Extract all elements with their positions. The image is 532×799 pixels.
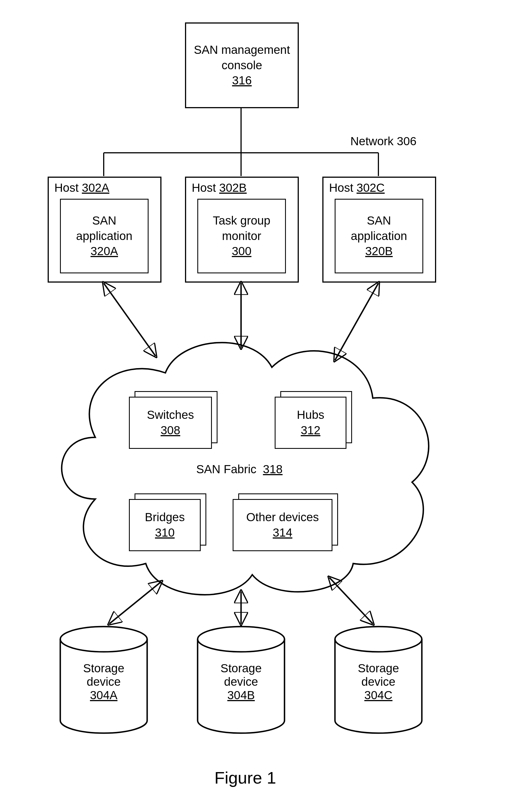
san-fabric-label: SAN Fabric 318 (196, 462, 283, 476)
san-application-b-ref: 320B (365, 244, 393, 259)
console-title-line1: SAN management (194, 42, 290, 58)
console-ref: 316 (232, 73, 252, 88)
san-application-b-line2: application (351, 228, 407, 244)
host-c-prefix: Host (329, 181, 353, 194)
storage-a-ref: 304A (60, 688, 147, 702)
host-c-label: Host 302C (329, 181, 384, 194)
san-application-b-box: SAN application 320B (335, 199, 423, 273)
host-c-box: Host 302C SAN application 320B (322, 177, 436, 283)
storage-c-line2: device (335, 675, 422, 688)
storage-b-line2: device (197, 675, 285, 688)
console-title-line2: console (222, 58, 262, 73)
figure-label: Figure 1 (214, 768, 276, 787)
storage-a-line1: Storage (60, 662, 147, 675)
hubs-box: Hubs 312 (275, 397, 346, 449)
host-b-box: Host 302B Task group monitor 300 (185, 177, 299, 283)
task-group-monitor-ref: 300 (232, 244, 251, 259)
svg-point-0 (60, 627, 147, 652)
host-b-ref: 302B (219, 181, 247, 194)
san-application-a-line1: SAN (92, 213, 116, 228)
svg-point-3 (197, 627, 285, 652)
host-b-prefix: Host (192, 181, 216, 194)
bridges-label: Bridges (145, 510, 185, 525)
host-a-box: Host 302A SAN application 320A (48, 177, 162, 283)
network-label: Network 306 (350, 135, 417, 148)
host-c-ref: 302C (357, 181, 384, 194)
hubs-ref: 312 (301, 423, 320, 438)
switches-label: Switches (147, 407, 194, 423)
diagram-canvas: SAN management console 316 Network 306 H… (0, 0, 532, 799)
other-devices-label: Other devices (246, 510, 319, 525)
san-application-a-box: SAN application 320A (60, 199, 149, 273)
other-devices-box: Other devices 314 (233, 499, 332, 551)
storage-a-line2: device (60, 675, 147, 688)
svg-line-17 (109, 582, 161, 624)
cloud-storage-arrows (109, 577, 373, 624)
switches-box: Switches 308 (129, 397, 212, 449)
san-management-console-box: SAN management console 316 (185, 22, 299, 108)
host-a-ref: 302A (82, 181, 109, 194)
svg-line-16 (335, 283, 378, 360)
san-application-a-ref: 320A (91, 244, 118, 259)
host-cloud-arrows (104, 283, 378, 360)
host-a-prefix: Host (54, 181, 78, 194)
san-application-b-line1: SAN (367, 213, 391, 228)
storage-b-ref: 304B (197, 688, 285, 702)
task-group-monitor-line2: monitor (222, 228, 261, 244)
bridges-ref: 310 (155, 525, 175, 540)
san-application-a-line2: application (76, 228, 133, 244)
task-group-monitor-line1: Task group (213, 213, 270, 228)
svg-point-6 (335, 627, 422, 652)
svg-line-19 (329, 577, 373, 624)
switches-ref: 308 (160, 423, 180, 438)
storage-c-text: Storage device 304C (335, 662, 422, 702)
san-fabric-text: SAN Fabric (196, 462, 256, 476)
bridges-box: Bridges 310 (129, 499, 201, 551)
host-b-label: Host 302B (192, 181, 247, 194)
hubs-label: Hubs (297, 407, 324, 423)
other-devices-ref: 314 (273, 525, 292, 540)
network-lines (104, 108, 378, 176)
storage-c-line1: Storage (335, 662, 422, 675)
storage-c-ref: 304C (335, 688, 422, 702)
storage-a-text: Storage device 304A (60, 662, 147, 702)
task-group-monitor-box: Task group monitor 300 (197, 199, 286, 273)
storage-b-text: Storage device 304B (197, 662, 285, 702)
svg-line-14 (104, 283, 156, 356)
host-a-label: Host 302A (54, 181, 109, 194)
storage-b-line1: Storage (197, 662, 285, 675)
san-fabric-ref: 318 (263, 462, 283, 476)
